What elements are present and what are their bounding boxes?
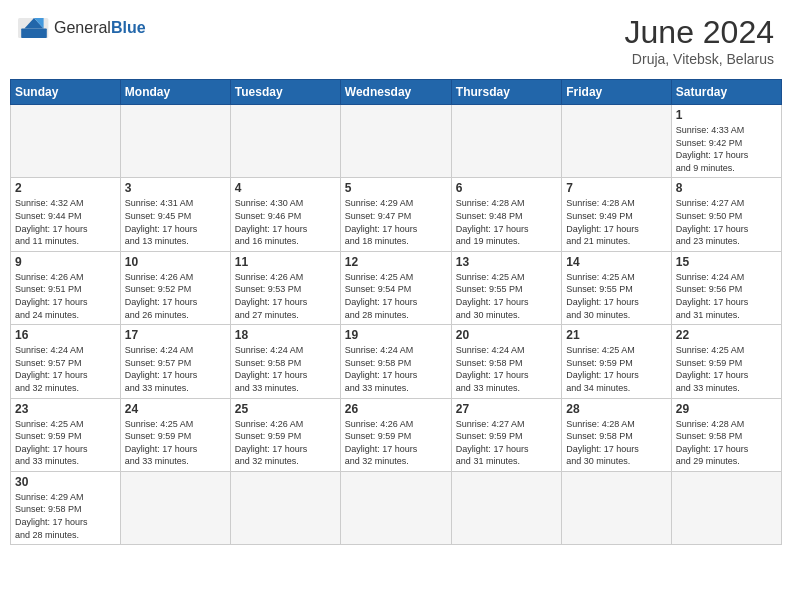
empty-cell <box>120 105 230 178</box>
day-28: 28 Sunrise: 4:28 AM Sunset: 9:58 PM Dayl… <box>562 398 671 471</box>
logo-text: GeneralBlue <box>54 19 146 37</box>
day-6: 6 Sunrise: 4:28 AM Sunset: 9:48 PM Dayli… <box>451 178 561 251</box>
week-row-6: 30 Sunrise: 4:29 AM Sunset: 9:58 PM Dayl… <box>11 471 782 544</box>
week-row-3: 9 Sunrise: 4:26 AM Sunset: 9:51 PM Dayli… <box>11 251 782 324</box>
logo: GeneralBlue <box>18 14 146 42</box>
day-3: 3 Sunrise: 4:31 AM Sunset: 9:45 PM Dayli… <box>120 178 230 251</box>
header-monday: Monday <box>120 80 230 105</box>
header-tuesday: Tuesday <box>230 80 340 105</box>
day-2: 2 Sunrise: 4:32 AM Sunset: 9:44 PM Dayli… <box>11 178 121 251</box>
header-friday: Friday <box>562 80 671 105</box>
week-row-1: 1 Sunrise: 4:33 AM Sunset: 9:42 PM Dayli… <box>11 105 782 178</box>
empty-cell <box>562 105 671 178</box>
day-29: 29 Sunrise: 4:28 AM Sunset: 9:58 PM Dayl… <box>671 398 781 471</box>
day-10: 10 Sunrise: 4:26 AM Sunset: 9:52 PM Dayl… <box>120 251 230 324</box>
header-sunday: Sunday <box>11 80 121 105</box>
day-24: 24 Sunrise: 4:25 AM Sunset: 9:59 PM Dayl… <box>120 398 230 471</box>
day-17: 17 Sunrise: 4:24 AM Sunset: 9:57 PM Dayl… <box>120 325 230 398</box>
day-7: 7 Sunrise: 4:28 AM Sunset: 9:49 PM Dayli… <box>562 178 671 251</box>
empty-cell <box>230 471 340 544</box>
empty-cell <box>340 471 451 544</box>
day-9: 9 Sunrise: 4:26 AM Sunset: 9:51 PM Dayli… <box>11 251 121 324</box>
header-saturday: Saturday <box>671 80 781 105</box>
month-title: June 2024 <box>625 14 774 51</box>
day-15: 15 Sunrise: 4:24 AM Sunset: 9:56 PM Dayl… <box>671 251 781 324</box>
day-11: 11 Sunrise: 4:26 AM Sunset: 9:53 PM Dayl… <box>230 251 340 324</box>
empty-cell <box>340 105 451 178</box>
svg-rect-3 <box>21 28 47 38</box>
day-14: 14 Sunrise: 4:25 AM Sunset: 9:55 PM Dayl… <box>562 251 671 324</box>
day-8: 8 Sunrise: 4:27 AM Sunset: 9:50 PM Dayli… <box>671 178 781 251</box>
day-19: 19 Sunrise: 4:24 AM Sunset: 9:58 PM Dayl… <box>340 325 451 398</box>
empty-cell <box>451 471 561 544</box>
day-4: 4 Sunrise: 4:30 AM Sunset: 9:46 PM Dayli… <box>230 178 340 251</box>
day-22: 22 Sunrise: 4:25 AM Sunset: 9:59 PM Dayl… <box>671 325 781 398</box>
logo-icon <box>18 14 50 42</box>
day-26: 26 Sunrise: 4:26 AM Sunset: 9:59 PM Dayl… <box>340 398 451 471</box>
day-16: 16 Sunrise: 4:24 AM Sunset: 9:57 PM Dayl… <box>11 325 121 398</box>
empty-cell <box>451 105 561 178</box>
day-13: 13 Sunrise: 4:25 AM Sunset: 9:55 PM Dayl… <box>451 251 561 324</box>
calendar: Sunday Monday Tuesday Wednesday Thursday… <box>10 79 782 545</box>
title-area: June 2024 Druja, Vitebsk, Belarus <box>625 14 774 67</box>
week-row-4: 16 Sunrise: 4:24 AM Sunset: 9:57 PM Dayl… <box>11 325 782 398</box>
location: Druja, Vitebsk, Belarus <box>625 51 774 67</box>
day-21: 21 Sunrise: 4:25 AM Sunset: 9:59 PM Dayl… <box>562 325 671 398</box>
empty-cell <box>230 105 340 178</box>
day-5: 5 Sunrise: 4:29 AM Sunset: 9:47 PM Dayli… <box>340 178 451 251</box>
empty-cell <box>11 105 121 178</box>
empty-cell <box>120 471 230 544</box>
day-23: 23 Sunrise: 4:25 AM Sunset: 9:59 PM Dayl… <box>11 398 121 471</box>
empty-cell <box>562 471 671 544</box>
day-25: 25 Sunrise: 4:26 AM Sunset: 9:59 PM Dayl… <box>230 398 340 471</box>
empty-cell <box>671 471 781 544</box>
day-30: 30 Sunrise: 4:29 AM Sunset: 9:58 PM Dayl… <box>11 471 121 544</box>
header: GeneralBlue June 2024 Druja, Vitebsk, Be… <box>10 10 782 71</box>
day-18: 18 Sunrise: 4:24 AM Sunset: 9:58 PM Dayl… <box>230 325 340 398</box>
weekday-header-row: Sunday Monday Tuesday Wednesday Thursday… <box>11 80 782 105</box>
day-12: 12 Sunrise: 4:25 AM Sunset: 9:54 PM Dayl… <box>340 251 451 324</box>
header-thursday: Thursday <box>451 80 561 105</box>
week-row-2: 2 Sunrise: 4:32 AM Sunset: 9:44 PM Dayli… <box>11 178 782 251</box>
day-20: 20 Sunrise: 4:24 AM Sunset: 9:58 PM Dayl… <box>451 325 561 398</box>
week-row-5: 23 Sunrise: 4:25 AM Sunset: 9:59 PM Dayl… <box>11 398 782 471</box>
day-27: 27 Sunrise: 4:27 AM Sunset: 9:59 PM Dayl… <box>451 398 561 471</box>
header-wednesday: Wednesday <box>340 80 451 105</box>
day-1: 1 Sunrise: 4:33 AM Sunset: 9:42 PM Dayli… <box>671 105 781 178</box>
